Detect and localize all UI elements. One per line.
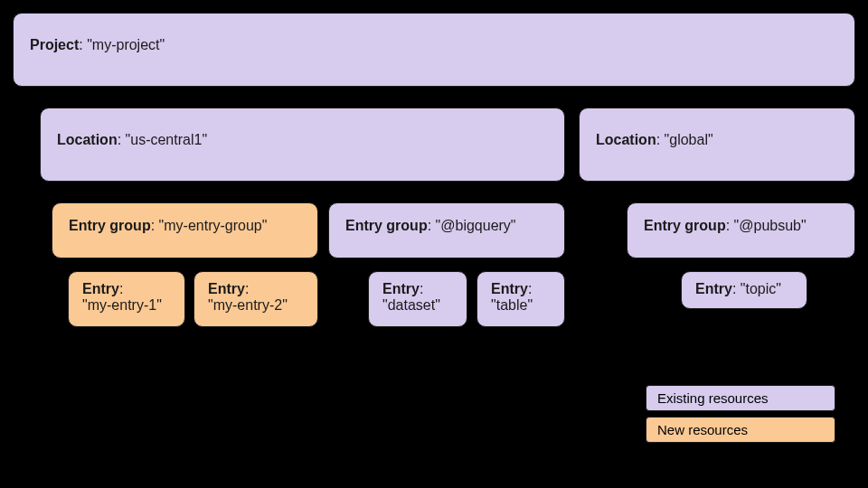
project-sep: : <box>79 37 87 52</box>
entry-group-sep: : <box>726 218 734 233</box>
legend-existing: Existing resources <box>646 385 835 411</box>
entry-value: "my-entry-2" <box>208 297 288 313</box>
project-value: "my-project" <box>87 37 165 52</box>
location-us-central1-box: Location: "us-central1" <box>40 108 565 182</box>
entry-label: Entry <box>491 281 528 296</box>
entry-value: "topic" <box>741 281 781 296</box>
entry-my-entry-2-box: Entry:"my-entry-2" <box>193 271 318 327</box>
entry-label: Entry <box>82 281 119 296</box>
location-value: "global" <box>665 132 713 147</box>
project-box: Project: "my-project" <box>13 13 855 87</box>
entry-dataset-box: Entry:"dataset" <box>368 271 467 327</box>
location-global-box: Location: "global" <box>579 108 855 182</box>
entry-group-value: "my-entry-group" <box>159 218 268 233</box>
entry-group-label: Entry group <box>345 218 428 233</box>
entry-sep: : <box>119 281 123 296</box>
entry-topic-box: Entry: "topic" <box>681 271 807 309</box>
entry-group-value: "@bigquery" <box>436 218 516 233</box>
entry-value: "dataset" <box>382 297 440 313</box>
entry-group-sep: : <box>428 218 436 233</box>
entry-group-bigquery-box: Entry group: "@bigquery" <box>328 202 565 258</box>
legend-new: New resources <box>646 417 835 443</box>
entry-value: "my-entry-1" <box>82 297 162 313</box>
entry-value: "table" <box>491 297 533 313</box>
location-label: Location <box>57 132 118 147</box>
entry-group-pubsub-box: Entry group: "@pubsub" <box>627 202 855 258</box>
entry-my-entry-1-box: Entry:"my-entry-1" <box>68 271 185 327</box>
location-label: Location <box>596 132 656 147</box>
entry-group-sep: : <box>151 218 159 233</box>
location-sep: : <box>656 132 665 147</box>
entry-label: Entry <box>382 281 420 296</box>
project-label: Project <box>30 37 79 52</box>
entry-group-label: Entry group <box>644 218 726 233</box>
location-value: "us-central1" <box>126 132 208 147</box>
entry-sep: : <box>528 281 532 296</box>
entry-group-my-entry-group-box: Entry group: "my-entry-group" <box>52 202 318 258</box>
entry-label: Entry <box>695 281 732 296</box>
entry-sep: : <box>420 281 423 296</box>
entry-sep: : <box>732 281 741 296</box>
location-sep: : <box>118 132 126 147</box>
entry-sep: : <box>245 281 249 296</box>
entry-group-label: Entry group <box>69 218 151 233</box>
entry-table-box: Entry:"table" <box>476 271 565 327</box>
entry-label: Entry <box>208 281 245 296</box>
legend: Existing resources New resources <box>646 380 835 443</box>
entry-group-value: "@pubsub" <box>734 218 807 233</box>
